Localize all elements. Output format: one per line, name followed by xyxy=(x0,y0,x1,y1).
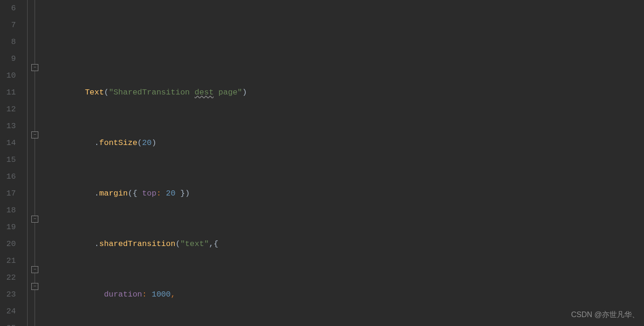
line-number: 7 xyxy=(0,17,16,34)
line-number: 20 xyxy=(0,236,16,253)
line-number: 24 xyxy=(0,303,16,320)
fold-guide-line xyxy=(27,0,28,326)
code-line: .margin({ top: 20 }) xyxy=(47,185,644,202)
line-number: 13 xyxy=(0,118,16,135)
line-number: 11 xyxy=(0,84,16,101)
line-number: 19 xyxy=(0,219,16,236)
fold-collapse-icon[interactable]: − xyxy=(31,64,38,71)
line-number: 18 xyxy=(0,202,16,219)
code-line: duration: 1000, xyxy=(47,286,644,303)
code-editor[interactable]: 6 7 8 9 10 11 12 13 14 15 16 17 18 19 20… xyxy=(0,0,644,326)
line-number: 21 xyxy=(0,253,16,269)
line-number: 10 xyxy=(0,67,16,84)
line-number-gutter: 6 7 8 9 10 11 12 13 14 15 16 17 18 19 20… xyxy=(0,0,22,326)
line-number: 9 xyxy=(0,51,16,67)
line-number: 22 xyxy=(0,269,16,286)
fold-gutter: − − − − − xyxy=(22,0,45,326)
code-line: Text("SharedTransition dest page") xyxy=(47,84,644,101)
line-number: 15 xyxy=(0,152,16,168)
line-number: 16 xyxy=(0,168,16,185)
fold-collapse-icon[interactable]: − xyxy=(31,283,38,290)
watermark-text: CSDN @亦世凡华、 xyxy=(571,306,639,323)
fold-collapse-icon[interactable]: − xyxy=(31,266,38,273)
code-area[interactable]: Text("SharedTransition dest page") .font… xyxy=(45,0,644,326)
code-line: .sharedTransition("text",{ xyxy=(47,236,644,253)
line-number: 25 xyxy=(0,320,16,326)
line-number: 12 xyxy=(0,101,16,118)
fold-collapse-icon[interactable]: − xyxy=(31,216,38,223)
code-line xyxy=(47,34,644,51)
code-line: .fontSize(20) xyxy=(47,135,644,152)
line-number: 6 xyxy=(0,0,16,17)
line-number: 8 xyxy=(0,34,16,51)
line-number: 17 xyxy=(0,185,16,202)
line-number: 14 xyxy=(0,135,16,152)
fold-guide-line xyxy=(35,0,35,326)
line-number: 23 xyxy=(0,286,16,303)
fold-collapse-icon[interactable]: − xyxy=(31,131,38,138)
